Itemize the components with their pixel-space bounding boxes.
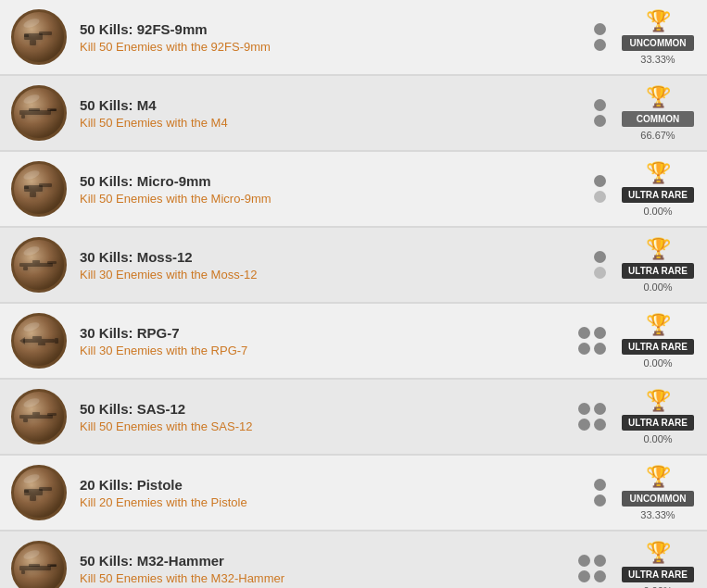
rarity-block: 🏆 ULTRA RARE 0.00% bbox=[620, 541, 696, 588]
svg-rect-21 bbox=[38, 343, 45, 345]
dot bbox=[594, 39, 606, 51]
rarity-percent: 0.00% bbox=[643, 281, 672, 293]
dot bbox=[594, 251, 606, 263]
medal-icon bbox=[11, 9, 67, 65]
svg-rect-11 bbox=[30, 192, 36, 197]
rarity-block: 🏆 ULTRA RARE 0.00% bbox=[620, 161, 696, 217]
dot bbox=[578, 555, 590, 567]
rarity-percent: 0.00% bbox=[643, 433, 672, 444]
trophy-icon: 🏆 bbox=[646, 237, 671, 261]
achievement-row: 50 Kills: M32-Hammer Kill 50 Enemies wit… bbox=[0, 532, 707, 588]
trophy-icon: 🏆 bbox=[646, 465, 671, 489]
achievement-title: 30 Kills: RPG-7 bbox=[80, 325, 575, 341]
achievement-row: 50 Kills: M4 Kill 50 Enemies with the M4… bbox=[0, 76, 707, 152]
svg-rect-20 bbox=[32, 336, 42, 339]
trophy-icon: 🏆 bbox=[646, 389, 671, 413]
dot bbox=[594, 555, 606, 567]
medal-icon bbox=[11, 85, 67, 141]
rarity-badge: ULTRA RARE bbox=[622, 187, 694, 203]
achievement-desc: Kill 50 Enemies with the Micro-9mm bbox=[80, 192, 590, 206]
medal-image bbox=[11, 9, 67, 65]
rarity-block: 🏆 COMMON 66.67% bbox=[620, 85, 696, 141]
trophy-icon: 🏆 bbox=[646, 313, 671, 337]
svg-rect-12 bbox=[24, 186, 29, 189]
medal-image bbox=[11, 541, 67, 588]
dot bbox=[594, 191, 606, 203]
rarity-badge: UNCOMMON bbox=[622, 35, 694, 51]
dot bbox=[594, 267, 606, 279]
dot bbox=[578, 570, 590, 582]
dot bbox=[578, 327, 590, 339]
svg-rect-10 bbox=[39, 183, 52, 187]
medal-image bbox=[11, 313, 67, 369]
achievement-row: 30 Kills: RPG-7 Kill 30 Enemies with the… bbox=[0, 304, 707, 380]
rarity-badge: ULTRA RARE bbox=[622, 415, 694, 431]
achievement-info: 50 Kills: Micro-9mm Kill 50 Enemies with… bbox=[80, 173, 590, 206]
dots-container bbox=[590, 251, 609, 279]
achievement-desc: Kill 50 Enemies with the 92FS-9mm bbox=[80, 40, 590, 54]
dots-container bbox=[575, 403, 609, 431]
achievement-title: 50 Kills: M4 bbox=[80, 97, 590, 113]
svg-rect-29 bbox=[24, 490, 29, 493]
dot bbox=[594, 479, 606, 491]
achievement-info: 50 Kills: M32-Hammer Kill 50 Enemies wit… bbox=[80, 553, 575, 585]
rarity-block: 🏆 UNCOMMON 33.33% bbox=[620, 465, 696, 520]
svg-rect-34 bbox=[50, 565, 57, 567]
achievement-desc: Kill 30 Enemies with the Moss-12 bbox=[80, 268, 590, 281]
rarity-block: 🏆 UNCOMMON 33.33% bbox=[620, 9, 696, 65]
achievement-title: 50 Kills: 92FS-9mm bbox=[80, 21, 590, 37]
achievement-title: 30 Kills: Moss-12 bbox=[80, 249, 590, 265]
medal-image bbox=[11, 389, 67, 444]
achievement-row: 50 Kills: SAS-12 Kill 50 Enemies with th… bbox=[0, 380, 707, 456]
medal-image bbox=[11, 161, 67, 217]
rarity-badge: UNCOMMON bbox=[622, 491, 694, 507]
svg-rect-14 bbox=[47, 261, 57, 264]
rarity-badge: ULTRA RARE bbox=[622, 263, 694, 279]
svg-rect-25 bbox=[32, 412, 40, 415]
svg-rect-3 bbox=[24, 34, 29, 37]
dots-container bbox=[590, 23, 609, 51]
svg-rect-32 bbox=[21, 570, 25, 574]
dot bbox=[578, 419, 590, 431]
trophy-icon: 🏆 bbox=[646, 9, 671, 33]
rarity-percent: 0.00% bbox=[643, 357, 672, 369]
svg-marker-18 bbox=[19, 337, 25, 344]
medal-image bbox=[11, 465, 67, 520]
achievement-title: 50 Kills: SAS-12 bbox=[80, 401, 575, 417]
achievement-row: 30 Kills: Moss-12 Kill 30 Enemies with t… bbox=[0, 228, 707, 304]
svg-rect-23 bbox=[47, 413, 57, 416]
dot bbox=[594, 343, 606, 355]
dot bbox=[578, 403, 590, 415]
medal-image bbox=[11, 237, 67, 293]
rarity-percent: 0.00% bbox=[643, 206, 672, 217]
trophy-icon: 🏆 bbox=[646, 161, 671, 185]
svg-rect-19 bbox=[55, 338, 58, 344]
dot bbox=[594, 403, 606, 415]
svg-rect-15 bbox=[23, 267, 28, 270]
dot bbox=[594, 23, 606, 35]
dot bbox=[594, 99, 606, 111]
medal-icon bbox=[11, 237, 67, 293]
rarity-badge: COMMON bbox=[622, 111, 694, 127]
achievement-desc: Kill 30 Enemies with the RPG-7 bbox=[80, 344, 575, 357]
medal-icon bbox=[11, 541, 67, 588]
dot bbox=[594, 115, 606, 127]
achievement-desc: Kill 20 Enemies with the Pistole bbox=[80, 495, 590, 509]
svg-rect-27 bbox=[39, 487, 52, 491]
rarity-percent: 33.33% bbox=[640, 509, 675, 520]
dots-container bbox=[590, 99, 609, 127]
rarity-badge: ULTRA RARE bbox=[622, 339, 694, 355]
svg-rect-24 bbox=[23, 419, 28, 422]
rarity-percent: 33.33% bbox=[640, 54, 675, 65]
medal-icon bbox=[11, 465, 67, 520]
rarity-badge: ULTRA RARE bbox=[622, 567, 694, 582]
achievement-title: 20 Kills: Pistole bbox=[80, 477, 590, 493]
svg-rect-16 bbox=[32, 260, 40, 263]
svg-rect-17 bbox=[23, 339, 55, 343]
dots-container bbox=[575, 555, 609, 582]
rarity-block: 🏆 ULTRA RARE 0.00% bbox=[620, 313, 696, 369]
medal-icon bbox=[11, 389, 67, 444]
achievement-row: 50 Kills: Micro-9mm Kill 50 Enemies with… bbox=[0, 152, 707, 228]
dot bbox=[594, 494, 606, 507]
svg-rect-8 bbox=[50, 109, 57, 111]
